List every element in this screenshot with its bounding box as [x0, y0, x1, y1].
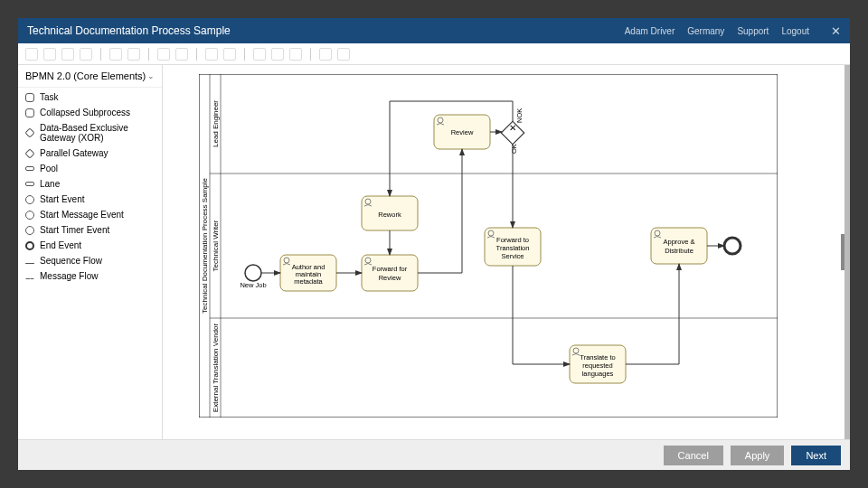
task-rework[interactable]: Rework — [362, 196, 418, 230]
header-links: Adam Driver Germany Support Logout ✕ — [625, 24, 841, 38]
svg-text:Forward for: Forward for — [373, 265, 408, 273]
svg-text:Distribute: Distribute — [665, 247, 693, 255]
sequence-flow-icon — [25, 263, 34, 264]
apply-button[interactable]: Apply — [731, 446, 785, 465]
toolbar — [18, 43, 850, 65]
tool-redo-icon[interactable] — [127, 48, 140, 61]
main-area: BPMN 2.0 (Core Elements) ⌄ Task Collapse… — [18, 65, 850, 439]
tool-copy-icon[interactable] — [43, 48, 56, 61]
palette-item-start-message-event[interactable]: Start Message Event — [18, 207, 162, 222]
end-event-icon — [25, 241, 34, 250]
chevron-down-icon: ⌄ — [147, 71, 155, 80]
tool-export-icon[interactable] — [319, 48, 332, 61]
lane-icon — [25, 182, 34, 186]
tool-distribute-icon[interactable] — [175, 48, 188, 61]
lane-label-1: Technical Writer — [212, 220, 220, 271]
palette-selector[interactable]: BPMN 2.0 (Core Elements) ⌄ — [18, 65, 162, 88]
svg-text:✕: ✕ — [509, 123, 516, 133]
svg-text:languages: languages — [582, 370, 614, 378]
palette: BPMN 2.0 (Core Elements) ⌄ Task Collapse… — [18, 65, 163, 439]
canvas-scrollbar[interactable] — [844, 65, 850, 439]
flow-forward-review[interactable] — [418, 149, 462, 273]
start-message-event-icon — [25, 211, 34, 220]
svg-text:Forward to: Forward to — [496, 236, 529, 244]
page-title: Technical Documentation Process Sample — [27, 24, 625, 37]
start-event-icon — [25, 195, 34, 204]
lane-label-0: Lead Engineer — [212, 100, 220, 147]
svg-text:Rework: Rework — [378, 211, 401, 219]
start-event[interactable] — [245, 265, 261, 281]
tool-align-icon[interactable] — [157, 48, 170, 61]
close-icon[interactable]: ✕ — [831, 24, 841, 38]
gateway-nok-label: NOK — [515, 108, 524, 123]
gateway-ok-label: OK — [510, 144, 518, 154]
svg-text:Review: Review — [451, 128, 474, 136]
palette-item-start-event[interactable]: Start Event — [18, 192, 162, 207]
svg-text:Service: Service — [501, 252, 524, 260]
palette-items: Task Collapsed Subprocess Data-Based Exc… — [18, 88, 162, 286]
palette-item-parallel-gateway[interactable]: Parallel Gateway — [18, 145, 162, 161]
tool-paste-icon[interactable] — [61, 48, 74, 61]
palette-item-subprocess[interactable]: Collapsed Subprocess — [18, 105, 162, 120]
app-frame: Technical Documentation Process Sample A… — [18, 18, 850, 470]
support-link[interactable]: Support — [737, 26, 769, 36]
start-event-label: New Job — [240, 281, 266, 289]
svg-text:Review: Review — [379, 274, 401, 282]
svg-text:Approve &: Approve & — [663, 238, 694, 246]
svg-text:metadata: metadata — [294, 277, 323, 286]
xor-gateway-icon — [24, 127, 34, 137]
palette-item-lane[interactable]: Lane — [18, 176, 162, 192]
tool-zoom100-icon[interactable] — [271, 48, 284, 61]
palette-item-task[interactable]: Task — [18, 89, 162, 105]
palette-item-sequence-flow[interactable]: Sequence Flow — [18, 253, 162, 268]
task-review[interactable]: Review — [434, 115, 490, 149]
footer: Cancel Apply Next — [18, 439, 850, 470]
message-flow-icon — [25, 278, 34, 279]
task-author[interactable]: Author and maintain metadata — [280, 255, 336, 291]
cancel-button[interactable]: Cancel — [664, 446, 723, 465]
palette-item-xor-gateway[interactable]: Data-Based Exclusive Gateway (XOR) — [18, 120, 162, 145]
tool-undo-icon[interactable] — [109, 48, 122, 61]
task-approve[interactable]: Approve & Distribute — [651, 228, 707, 264]
svg-text:requested: requested — [582, 361, 612, 370]
palette-item-pool[interactable]: Pool — [18, 161, 162, 176]
svg-rect-33 — [651, 228, 707, 264]
tool-layout1-icon[interactable] — [205, 48, 218, 61]
palette-item-message-flow[interactable]: Message Flow — [18, 268, 162, 284]
tool-settings-icon[interactable] — [337, 48, 350, 61]
logout-link[interactable]: Logout — [781, 26, 809, 36]
header-bar: Technical Documentation Process Sample A… — [18, 18, 850, 43]
palette-item-start-timer-event[interactable]: Start Timer Event — [18, 222, 162, 238]
bpmn-diagram: Technical Documentation Process Sample L… — [199, 74, 778, 418]
flow-vendor-approve[interactable] — [626, 264, 679, 364]
pool-label: Technical Documentation Process Sample — [201, 178, 209, 314]
user-link[interactable]: Adam Driver — [625, 26, 675, 36]
svg-text:Translation: Translation — [496, 244, 530, 252]
flow-translation-vendor[interactable] — [513, 266, 570, 364]
lane-label-2: External Translation Vendor — [212, 324, 220, 413]
diagram-canvas[interactable]: Technical Documentation Process Sample L… — [163, 65, 850, 439]
task-icon — [25, 93, 34, 102]
tool-layout2-icon[interactable] — [223, 48, 236, 61]
pool-icon — [25, 166, 34, 171]
task-forward-translation[interactable]: Forward to Translation Service — [485, 228, 541, 266]
end-event[interactable] — [724, 238, 741, 254]
xor-gateway[interactable]: ✕ — [501, 121, 524, 144]
next-button[interactable]: Next — [791, 446, 841, 465]
parallel-gateway-icon — [24, 148, 34, 158]
start-timer-event-icon — [25, 226, 34, 235]
svg-rect-11 — [362, 255, 418, 291]
palette-item-end-event[interactable]: End Event — [18, 238, 162, 253]
svg-text:Translate to: Translate to — [580, 353, 615, 361]
region-link[interactable]: Germany — [687, 26, 724, 36]
tool-cut-icon[interactable] — [25, 48, 38, 61]
task-translate[interactable]: Translate to requested languages — [570, 345, 626, 383]
tool-delete-icon[interactable] — [80, 48, 92, 61]
subprocess-icon — [25, 108, 34, 117]
tool-zoomfit-icon[interactable] — [253, 48, 266, 61]
tool-grid-icon[interactable] — [289, 48, 302, 61]
task-forward-review[interactable]: Forward for Review — [362, 255, 418, 291]
palette-title: BPMN 2.0 (Core Elements) — [25, 70, 146, 81]
